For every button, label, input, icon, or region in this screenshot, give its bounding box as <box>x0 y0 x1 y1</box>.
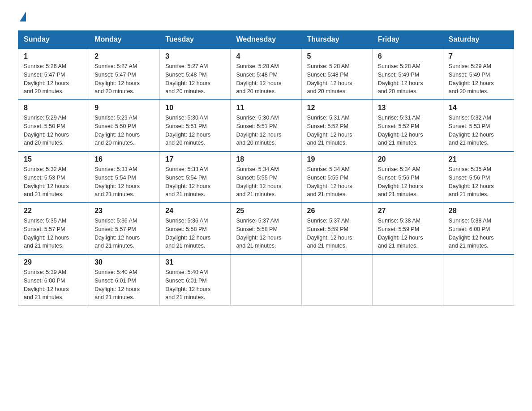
day-info: Sunrise: 5:38 AMSunset: 6:00 PMDaylight:… <box>449 218 494 249</box>
day-info: Sunrise: 5:29 AMSunset: 5:49 PMDaylight:… <box>449 63 494 94</box>
day-info: Sunrise: 5:29 AMSunset: 5:50 PMDaylight:… <box>94 115 140 146</box>
day-number: 25 <box>236 207 296 215</box>
calendar-week-2: 8Sunrise: 5:29 AMSunset: 5:50 PMDaylight… <box>18 100 514 151</box>
day-number: 5 <box>307 52 367 60</box>
calendar-table: SundayMondayTuesdayWednesdayThursdayFrid… <box>18 30 514 306</box>
calendar-cell: 14Sunrise: 5:32 AMSunset: 5:53 PMDayligh… <box>443 100 514 151</box>
day-number: 8 <box>24 104 83 112</box>
day-number: 4 <box>236 52 296 60</box>
calendar-cell: 21Sunrise: 5:35 AMSunset: 5:56 PMDayligh… <box>443 151 514 203</box>
calendar-cell: 9Sunrise: 5:29 AMSunset: 5:50 PMDaylight… <box>89 100 160 151</box>
day-number: 21 <box>449 155 508 163</box>
day-info: Sunrise: 5:30 AMSunset: 5:51 PMDaylight:… <box>236 115 281 146</box>
day-number: 27 <box>378 207 438 215</box>
day-info: Sunrise: 5:37 AMSunset: 5:59 PMDaylight:… <box>307 218 352 249</box>
day-number: 17 <box>165 155 225 163</box>
day-number: 24 <box>165 207 225 215</box>
calendar-cell: 7Sunrise: 5:29 AMSunset: 5:49 PMDaylight… <box>443 48 514 100</box>
header-thursday: Thursday <box>301 31 372 49</box>
header-wednesday: Wednesday <box>231 31 301 49</box>
calendar-cell: 8Sunrise: 5:29 AMSunset: 5:50 PMDaylight… <box>18 100 89 151</box>
header-sunday: Sunday <box>18 31 89 49</box>
calendar-cell: 20Sunrise: 5:34 AMSunset: 5:56 PMDayligh… <box>372 151 443 203</box>
day-info: Sunrise: 5:26 AMSunset: 5:47 PMDaylight:… <box>24 63 69 94</box>
day-info: Sunrise: 5:29 AMSunset: 5:50 PMDaylight:… <box>24 115 69 146</box>
calendar-cell: 4Sunrise: 5:28 AMSunset: 5:48 PMDaylight… <box>231 48 301 100</box>
calendar-cell: 3Sunrise: 5:27 AMSunset: 5:48 PMDaylight… <box>160 48 231 100</box>
day-number: 22 <box>24 207 83 215</box>
day-number: 28 <box>449 207 508 215</box>
calendar-cell: 2Sunrise: 5:27 AMSunset: 5:47 PMDaylight… <box>89 48 160 100</box>
logo-triangle-icon <box>20 12 26 21</box>
day-info: Sunrise: 5:27 AMSunset: 5:48 PMDaylight:… <box>165 63 210 94</box>
calendar-cell <box>372 254 443 306</box>
day-info: Sunrise: 5:28 AMSunset: 5:48 PMDaylight:… <box>307 63 352 94</box>
day-info: Sunrise: 5:38 AMSunset: 5:59 PMDaylight:… <box>378 218 423 249</box>
calendar-week-4: 22Sunrise: 5:35 AMSunset: 5:57 PMDayligh… <box>18 203 514 254</box>
day-info: Sunrise: 5:35 AMSunset: 5:57 PMDaylight:… <box>24 218 69 249</box>
calendar-cell: 26Sunrise: 5:37 AMSunset: 5:59 PMDayligh… <box>301 203 372 254</box>
day-info: Sunrise: 5:36 AMSunset: 5:58 PMDaylight:… <box>165 218 210 249</box>
calendar-cell: 16Sunrise: 5:33 AMSunset: 5:54 PMDayligh… <box>89 151 160 203</box>
calendar-cell: 23Sunrise: 5:36 AMSunset: 5:57 PMDayligh… <box>89 203 160 254</box>
day-info: Sunrise: 5:34 AMSunset: 5:55 PMDaylight:… <box>236 166 281 197</box>
day-info: Sunrise: 5:28 AMSunset: 5:48 PMDaylight:… <box>236 63 281 94</box>
calendar-cell: 17Sunrise: 5:33 AMSunset: 5:54 PMDayligh… <box>160 151 231 203</box>
day-info: Sunrise: 5:34 AMSunset: 5:55 PMDaylight:… <box>307 166 352 197</box>
page-header <box>18 13 514 21</box>
header-saturday: Saturday <box>443 31 514 49</box>
calendar-cell: 18Sunrise: 5:34 AMSunset: 5:55 PMDayligh… <box>231 151 301 203</box>
logo <box>18 13 26 21</box>
day-info: Sunrise: 5:40 AMSunset: 6:01 PMDaylight:… <box>165 269 210 300</box>
day-number: 23 <box>94 207 154 215</box>
calendar-cell: 15Sunrise: 5:32 AMSunset: 5:53 PMDayligh… <box>18 151 89 203</box>
day-info: Sunrise: 5:27 AMSunset: 5:47 PMDaylight:… <box>94 63 140 94</box>
day-info: Sunrise: 5:31 AMSunset: 5:52 PMDaylight:… <box>378 115 423 146</box>
day-number: 1 <box>24 52 83 60</box>
day-number: 13 <box>378 104 438 112</box>
calendar-week-3: 15Sunrise: 5:32 AMSunset: 5:53 PMDayligh… <box>18 151 514 203</box>
calendar-cell: 24Sunrise: 5:36 AMSunset: 5:58 PMDayligh… <box>160 203 231 254</box>
day-info: Sunrise: 5:32 AMSunset: 5:53 PMDaylight:… <box>24 166 69 197</box>
logo-general <box>18 13 26 21</box>
calendar-cell: 13Sunrise: 5:31 AMSunset: 5:52 PMDayligh… <box>372 100 443 151</box>
calendar-cell: 25Sunrise: 5:37 AMSunset: 5:58 PMDayligh… <box>231 203 301 254</box>
day-number: 26 <box>307 207 367 215</box>
day-info: Sunrise: 5:30 AMSunset: 5:51 PMDaylight:… <box>165 115 210 146</box>
calendar-cell: 1Sunrise: 5:26 AMSunset: 5:47 PMDaylight… <box>18 48 89 100</box>
calendar-cell: 11Sunrise: 5:30 AMSunset: 5:51 PMDayligh… <box>231 100 301 151</box>
day-number: 6 <box>378 52 438 60</box>
calendar-cell: 6Sunrise: 5:28 AMSunset: 5:49 PMDaylight… <box>372 48 443 100</box>
day-info: Sunrise: 5:32 AMSunset: 5:53 PMDaylight:… <box>449 115 494 146</box>
day-number: 29 <box>24 258 83 266</box>
calendar-cell: 12Sunrise: 5:31 AMSunset: 5:52 PMDayligh… <box>301 100 372 151</box>
day-info: Sunrise: 5:33 AMSunset: 5:54 PMDaylight:… <box>94 166 140 197</box>
day-info: Sunrise: 5:37 AMSunset: 5:58 PMDaylight:… <box>236 218 281 249</box>
day-number: 3 <box>165 52 225 60</box>
calendar-cell: 28Sunrise: 5:38 AMSunset: 6:00 PMDayligh… <box>443 203 514 254</box>
day-info: Sunrise: 5:40 AMSunset: 6:01 PMDaylight:… <box>94 269 140 300</box>
day-number: 18 <box>236 155 296 163</box>
day-info: Sunrise: 5:28 AMSunset: 5:49 PMDaylight:… <box>378 63 423 94</box>
calendar-week-5: 29Sunrise: 5:39 AMSunset: 6:00 PMDayligh… <box>18 254 514 306</box>
calendar-cell: 10Sunrise: 5:30 AMSunset: 5:51 PMDayligh… <box>160 100 231 151</box>
calendar-cell: 5Sunrise: 5:28 AMSunset: 5:48 PMDaylight… <box>301 48 372 100</box>
calendar-cell: 22Sunrise: 5:35 AMSunset: 5:57 PMDayligh… <box>18 203 89 254</box>
day-info: Sunrise: 5:34 AMSunset: 5:56 PMDaylight:… <box>378 166 423 197</box>
day-number: 30 <box>94 258 154 266</box>
calendar-cell <box>301 254 372 306</box>
day-number: 7 <box>449 52 508 60</box>
day-number: 31 <box>165 258 225 266</box>
calendar-cell: 30Sunrise: 5:40 AMSunset: 6:01 PMDayligh… <box>89 254 160 306</box>
day-info: Sunrise: 5:36 AMSunset: 5:57 PMDaylight:… <box>94 218 140 249</box>
day-number: 2 <box>94 52 154 60</box>
calendar-header-row: SundayMondayTuesdayWednesdayThursdayFrid… <box>18 31 514 49</box>
calendar-cell: 29Sunrise: 5:39 AMSunset: 6:00 PMDayligh… <box>18 254 89 306</box>
calendar-week-1: 1Sunrise: 5:26 AMSunset: 5:47 PMDaylight… <box>18 48 514 100</box>
day-number: 19 <box>307 155 367 163</box>
day-number: 15 <box>24 155 83 163</box>
day-number: 10 <box>165 104 225 112</box>
day-info: Sunrise: 5:31 AMSunset: 5:52 PMDaylight:… <box>307 115 352 146</box>
day-number: 20 <box>378 155 438 163</box>
header-tuesday: Tuesday <box>160 31 231 49</box>
